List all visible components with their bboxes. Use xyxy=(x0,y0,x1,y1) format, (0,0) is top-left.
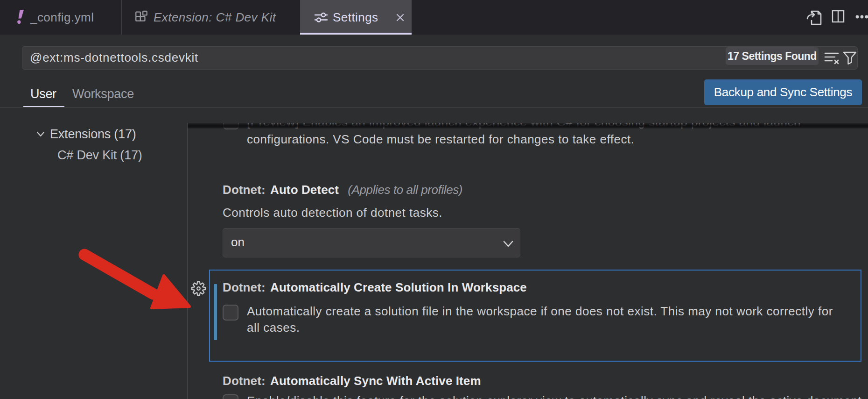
open-settings-json-icon[interactable] xyxy=(805,7,825,27)
editor-tab-bar: _config.yml Extension: C# Dev Kit xyxy=(0,0,868,35)
auto-detect-select[interactable] xyxy=(223,228,520,257)
setting-title-sync-active-item: Dotnet: Automatically Sync With Active I… xyxy=(223,374,481,388)
setting-title-create-solution: Dotnet: Automatically Create Solution In… xyxy=(223,280,527,295)
clear-search-results-icon[interactable] xyxy=(823,49,840,67)
search-query-text: @ext:ms-dotnettools.csdevkit xyxy=(30,50,198,65)
setting-description-create-solution: Automatically create a solution file in … xyxy=(247,303,833,336)
create-solution-checkbox[interactable] xyxy=(223,305,238,321)
settings-list: [Preview] Enables an improved launch exp… xyxy=(188,123,868,399)
red-arrow-annotation xyxy=(70,241,201,320)
tab-config-yml[interactable]: _config.yml xyxy=(0,0,121,35)
tab-extension-csdevkit[interactable]: Extension: C# Dev Kit xyxy=(122,0,300,35)
setting-title-auto-detect: Dotnet: Auto Detect (Applies to all prof… xyxy=(223,183,462,197)
active-tab-underline xyxy=(300,33,412,35)
tab-config-label: _config.yml xyxy=(30,10,94,25)
toc-item-extensions[interactable]: Extensions (17) xyxy=(50,127,136,142)
toc-item-csdevkit[interactable]: C# Dev Kit (17) xyxy=(57,148,142,163)
setting-description-auto-detect: Controls auto detection of dotnet tasks. xyxy=(223,206,442,220)
scope-tab-workspace[interactable]: Workspace xyxy=(72,87,134,101)
vscode-settings-window: _config.yml Extension: C# Dev Kit xyxy=(0,0,868,399)
tab-settings-label: Settings xyxy=(333,10,378,25)
auto-detect-select-value: on xyxy=(231,235,245,249)
filter-icon[interactable] xyxy=(842,50,858,65)
results-count-badge: 17 Settings Found xyxy=(726,47,819,65)
close-icon[interactable] xyxy=(392,9,408,25)
tab-extension-label: Extension: C# Dev Kit xyxy=(154,10,276,25)
sliders-icon xyxy=(314,10,329,25)
chevron-down-icon[interactable] xyxy=(35,129,46,139)
sync-active-item-checkbox[interactable] xyxy=(223,394,238,399)
chevron-down-icon xyxy=(501,237,515,251)
warning-icon xyxy=(14,9,26,25)
more-actions-icon[interactable] xyxy=(855,14,868,20)
extensions-icon xyxy=(134,10,149,25)
backup-and-sync-button[interactable]: Backup and Sync Settings xyxy=(704,79,862,105)
scope-tab-user[interactable]: User xyxy=(30,87,56,101)
header-divider xyxy=(0,107,868,108)
split-editor-icon[interactable] xyxy=(832,10,845,23)
scroll-top-shadow xyxy=(188,123,868,129)
setting-description-sync-active-item: Enable/disable this feature for the solu… xyxy=(247,394,865,399)
tab-settings[interactable]: Settings xyxy=(300,0,412,35)
modified-setting-indicator xyxy=(214,284,217,340)
